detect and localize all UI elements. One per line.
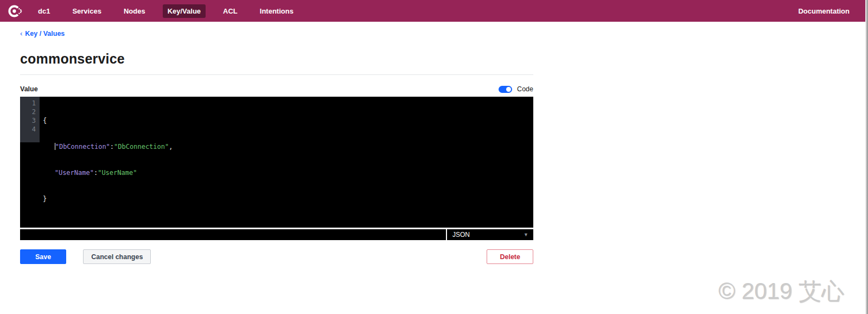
code-editor: 1 2 3 4 { "DbConnection":"DbConnection",… xyxy=(20,97,533,240)
nav-right: Documentation xyxy=(793,6,854,16)
back-chevron-icon: ‹ xyxy=(20,29,22,37)
chevron-down-icon: ▼ xyxy=(524,232,528,237)
delete-button[interactable]: Delete xyxy=(487,249,533,264)
code-token xyxy=(43,143,55,150)
nav-item-nodes[interactable]: Nodes xyxy=(119,4,150,18)
watermark: © 2019 艾心 xyxy=(718,276,844,306)
line-number: 3 xyxy=(20,116,36,125)
nav-item-acl[interactable]: ACL xyxy=(218,4,242,18)
syntax-mode-value: JSON xyxy=(452,231,470,238)
line-number: 1 xyxy=(20,99,36,108)
code-token: : xyxy=(110,143,114,150)
cancel-changes-button[interactable]: Cancel changes xyxy=(83,249,151,264)
nav-item-intentions[interactable]: Intentions xyxy=(255,4,298,18)
code-editor-textarea[interactable]: 1 2 3 4 { "DbConnection":"DbConnection",… xyxy=(20,97,533,228)
syntax-mode-dropdown[interactable]: JSON ▼ xyxy=(446,229,533,240)
code-toggle-wrap: Code xyxy=(499,85,533,93)
toggle-knob xyxy=(506,87,511,92)
save-button[interactable]: Save xyxy=(20,249,66,264)
code-line-3: "UserName":"UserName" xyxy=(43,168,173,177)
code-token-key: "UserName" xyxy=(55,169,94,177)
value-field-label: Value xyxy=(20,85,38,93)
nav-item-documentation[interactable]: Documentation xyxy=(793,4,854,18)
nav-item-services[interactable]: Services xyxy=(67,4,106,18)
code-token-string: "UserName" xyxy=(98,169,137,177)
code-toggle-label: Code xyxy=(517,85,533,93)
code-toggle-switch[interactable] xyxy=(499,86,512,93)
browser-scrollbar[interactable] xyxy=(865,0,868,314)
action-bar: Save Cancel changes Delete xyxy=(20,249,533,264)
code-line-1: { xyxy=(43,116,173,125)
editor-code-content: { "DbConnection":"DbConnection", "UserNa… xyxy=(40,97,173,228)
title-divider xyxy=(20,74,533,75)
nav-item-dc1[interactable]: dc1 xyxy=(33,4,55,18)
code-token xyxy=(43,169,55,177)
code-line-2: "DbConnection":"DbConnection", xyxy=(43,142,173,151)
breadcrumb-label: Key / Values xyxy=(25,30,65,37)
code-token: } xyxy=(43,195,47,203)
editor-toolbar: JSON ▼ xyxy=(20,229,533,240)
code-token-string: "DbConnection" xyxy=(114,143,169,150)
code-token-key: "DbConnection" xyxy=(55,143,110,150)
scrollbar-thumb[interactable] xyxy=(866,0,868,314)
editor-line-numbers: 1 2 3 4 xyxy=(20,97,40,142)
top-nav: dc1 Services Nodes Key/Value ACL Intenti… xyxy=(0,0,865,22)
line-number: 2 xyxy=(20,108,36,116)
code-line-4: } xyxy=(43,194,173,203)
page-title: commonservice xyxy=(20,51,868,67)
kv-edit-page: ‹ Key / Values commonservice Value Code … xyxy=(0,22,868,264)
code-token: , xyxy=(169,143,173,150)
value-field-header: Value Code xyxy=(20,85,533,93)
line-number: 4 xyxy=(20,125,36,134)
consul-logo-icon[interactable] xyxy=(8,4,22,18)
breadcrumb[interactable]: ‹ Key / Values xyxy=(20,29,65,37)
nav-left: dc1 Services Nodes Key/Value ACL Intenti… xyxy=(8,4,311,18)
code-token: { xyxy=(43,117,47,124)
nav-item-key-value[interactable]: Key/Value xyxy=(163,4,206,18)
editor-gutter-column: 1 2 3 4 xyxy=(20,97,40,228)
